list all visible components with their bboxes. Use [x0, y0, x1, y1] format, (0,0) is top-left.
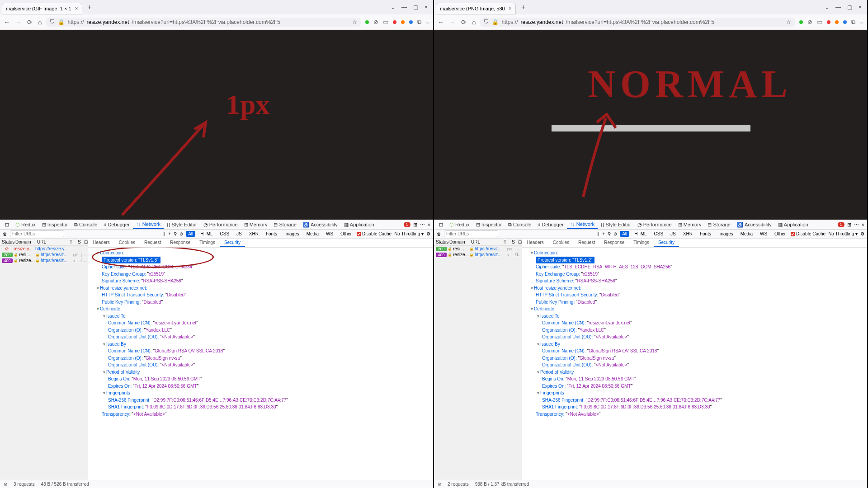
menu-icon[interactable]: ≡ [860, 19, 863, 25]
home-icon[interactable]: ⌂ [472, 19, 476, 26]
filter-other[interactable]: Other [338, 231, 354, 237]
search-icon[interactable]: ⚲ [174, 231, 177, 236]
devtools-tab-redux[interactable]: ⬡ Redux [12, 221, 39, 229]
devtools-picker-icon[interactable]: ⊡ [436, 221, 446, 229]
devtools-tab-redux[interactable]: ⬡ Redux [446, 221, 473, 229]
devtools-tab-memory[interactable]: ⊞ Memory [675, 221, 705, 229]
filter-media[interactable]: Media [738, 231, 755, 237]
filter-css[interactable]: CSS [218, 231, 232, 237]
more-icon[interactable]: ⋯ [420, 222, 425, 228]
clear-icon[interactable]: ⊘ [613, 231, 617, 236]
clear-icon[interactable]: ⊘ [179, 231, 183, 236]
cancel-icon[interactable]: ⊘ [373, 19, 378, 25]
extension-icon[interactable] [409, 20, 413, 24]
devtools-tab-storage[interactable]: ⊟ Storage [270, 221, 300, 229]
extension-icon[interactable] [365, 20, 369, 24]
devtools-tab-debugger[interactable]: ⌗ Debugger [100, 221, 132, 229]
forward-icon[interactable]: → [449, 19, 456, 26]
request-row[interactable]: 200 🔒resi... 🔒https://resiz... gif j... [0, 252, 88, 258]
url-input[interactable]: ⛉ 🔒 https://resize.yandex.net/mailservic… [480, 18, 795, 27]
gear-icon[interactable]: ⚙ [860, 231, 864, 236]
filter-js[interactable]: JS [234, 231, 244, 237]
filter-ws[interactable]: WS [324, 231, 335, 237]
extension-icon[interactable] [799, 20, 803, 24]
maximize-icon[interactable]: ▢ [413, 4, 418, 10]
url-input[interactable]: ⛉ 🔒 https://resize.yandex.net/mailservic… [46, 18, 361, 27]
error-count-badge[interactable]: 1 [838, 222, 844, 227]
dtab-headers[interactable]: Headers [88, 239, 114, 247]
filter-images[interactable]: Images [282, 231, 302, 237]
forward-icon[interactable]: → [15, 19, 22, 26]
back-icon[interactable]: ← [4, 19, 10, 26]
devtools-tab-console[interactable]: ⧉ Console [71, 221, 100, 229]
devtools-tab-inspector[interactable]: ⊞ Inspector [473, 221, 505, 229]
devtools-tab-style[interactable]: {} Style Editor [598, 221, 634, 229]
request-row[interactable]: 400 🔒resize... 🔒https://resiz... x-i... … [434, 252, 522, 258]
col-menu[interactable]: ⊡ [82, 239, 88, 245]
col-status[interactable]: Status [434, 239, 448, 245]
filter-input[interactable] [444, 230, 498, 237]
dtab-cookies[interactable]: Cookies [114, 239, 140, 247]
col-domain[interactable]: Domain [448, 239, 469, 245]
more-icon[interactable]: ⋯ [854, 222, 859, 228]
extension-icon[interactable] [401, 20, 405, 24]
dtab-security[interactable]: Security [654, 239, 679, 247]
browser-tab[interactable]: mailservice (PNG Image, 580 × [436, 3, 516, 14]
minimize-icon[interactable]: — [835, 4, 841, 10]
devtools-tab-console[interactable]: ⧉ Console [505, 221, 534, 229]
back-icon[interactable]: ← [438, 19, 444, 26]
cancel-icon[interactable]: ⊘ [807, 19, 812, 25]
menu-icon[interactable]: ≡ [426, 19, 429, 25]
filter-input[interactable] [10, 230, 64, 237]
devtools-tab-application[interactable]: ▦ Application [341, 221, 377, 229]
add-icon[interactable]: + [168, 231, 171, 236]
dtab-headers[interactable]: Headers [522, 239, 548, 247]
close-devtools-icon[interactable]: × [862, 222, 864, 227]
bookmark-icon[interactable]: ☆ [352, 19, 357, 25]
gear-icon[interactable]: ⚙ [426, 231, 430, 236]
extension-icon[interactable] [393, 20, 396, 24]
col-url[interactable]: URL [469, 239, 502, 245]
dtab-security[interactable]: Security [220, 239, 245, 247]
stop-icon[interactable]: ⊘ [4, 482, 7, 487]
filter-js[interactable]: JS [668, 231, 678, 237]
extensions-icon[interactable]: ⧉ [417, 19, 421, 26]
devtools-tab-debugger[interactable]: ⌗ Debugger [534, 221, 566, 229]
maximize-icon[interactable]: ▢ [847, 4, 852, 10]
extension-icon[interactable] [843, 20, 847, 24]
dtab-response[interactable]: Response [599, 239, 629, 247]
request-row[interactable]: 400 🔒resize... 🔒https://resiz... x-i... … [0, 258, 88, 263]
extension-icon[interactable]: ▭ [383, 19, 388, 25]
reload-icon[interactable]: ⟳ [27, 19, 33, 26]
devtools-tab-inspector[interactable]: ⊞ Inspector [39, 221, 71, 229]
col-type[interactable]: T [502, 239, 510, 245]
close-icon[interactable]: × [75, 5, 78, 12]
close-icon[interactable]: × [509, 5, 512, 12]
extension-icon[interactable]: ▭ [817, 19, 822, 25]
browser-tab[interactable]: mailservice (GIF Image, 1 × 1 × [2, 3, 82, 14]
filter-ws[interactable]: WS [758, 231, 769, 237]
filter-all[interactable]: All [620, 231, 629, 237]
close-window-icon[interactable]: × [425, 4, 428, 10]
filter-fonts[interactable]: Fonts [698, 231, 713, 237]
dtab-request[interactable]: Request [140, 239, 165, 247]
search-icon[interactable]: ⚲ [608, 231, 611, 236]
devtools-tab-a11y[interactable]: ♿ Accessibility [300, 221, 341, 229]
devtools-tab-storage[interactable]: ⊟ Storage [704, 221, 734, 229]
filter-css[interactable]: CSS [652, 231, 666, 237]
extensions-icon[interactable]: ⧉ [851, 19, 855, 26]
request-row[interactable]: ⊘ resize.y... https://resize.y... [0, 246, 88, 252]
col-x[interactable]: S [76, 239, 82, 245]
chevron-down-icon[interactable]: ⌄ [391, 4, 395, 10]
responsive-icon[interactable]: ⊞ [847, 222, 851, 228]
col-url[interactable]: URL [35, 239, 68, 245]
dtab-response[interactable]: Response [165, 239, 195, 247]
col-x[interactable]: S [510, 239, 516, 245]
devtools-tab-performance[interactable]: ◔ Performance [200, 221, 241, 229]
disable-cache-checkbox[interactable]: Disable Cache [791, 231, 826, 236]
devtools-tab-network[interactable]: ↑↓ Network [133, 220, 164, 229]
dtab-cookies[interactable]: Cookies [548, 239, 574, 247]
dtab-request[interactable]: Request [574, 239, 599, 247]
throttling-select[interactable]: No Throttling ▾ [828, 231, 858, 236]
filter-html[interactable]: HTML [632, 231, 649, 237]
